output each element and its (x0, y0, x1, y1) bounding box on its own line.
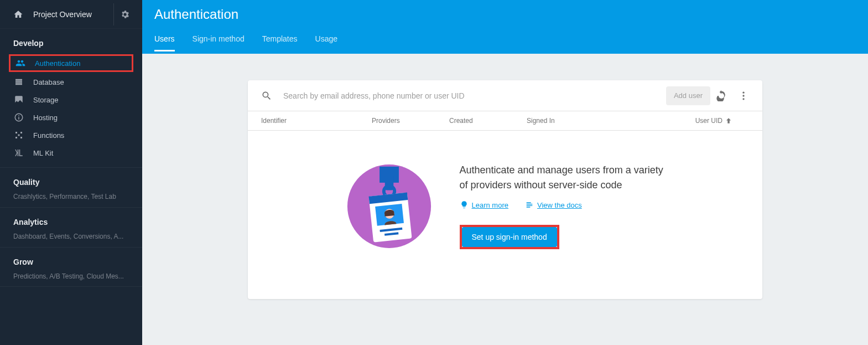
learn-more-link[interactable]: Learn more (460, 200, 508, 209)
toolbar: Add user (248, 80, 762, 111)
settings-button[interactable] (113, 3, 136, 25)
refresh-button[interactable] (710, 85, 732, 107)
section-quality-title: Quality (0, 178, 142, 191)
col-identifier[interactable]: Identifier (261, 117, 372, 125)
sidebar-item-label: Storage (33, 96, 59, 104)
storage-icon (13, 95, 24, 105)
svg-point-0 (742, 91, 744, 93)
section-grow-sub: Predictions, A/B Testing, Cloud Mes... (0, 271, 142, 281)
bulb-icon (460, 200, 469, 209)
home-icon (13, 9, 23, 19)
col-signed-in[interactable]: Signed In (527, 117, 604, 125)
tab-usage[interactable]: Usage (315, 34, 337, 52)
sidebar-item-functions[interactable]: Functions (0, 126, 142, 144)
sidebar-item-label: Database (33, 78, 64, 86)
docs-icon (525, 200, 534, 209)
gear-icon (120, 9, 130, 19)
table-header: Identifier Providers Created Signed In U… (248, 111, 762, 131)
search-input[interactable] (283, 91, 659, 100)
database-icon (13, 77, 24, 87)
col-user-uid[interactable]: User UID (604, 117, 749, 125)
empty-title: Authenticate and manage users from a var… (460, 163, 664, 193)
highlight-setup-signin: Set up sign-in method (460, 225, 559, 249)
svg-point-2 (742, 98, 744, 100)
section-grow-title: Grow (0, 258, 142, 271)
mlkit-icon (13, 148, 24, 158)
sidebar-top[interactable]: Project Overview (0, 0, 142, 29)
col-user-uid-label: User UID (695, 117, 723, 125)
sidebar-item-storage[interactable]: Storage (0, 91, 142, 109)
section-quality[interactable]: Quality Crashlytics, Performance, Test L… (0, 168, 142, 208)
section-quality-sub: Crashlytics, Performance, Test Lab (0, 191, 142, 202)
globe-icon (13, 112, 24, 122)
empty-illustration (346, 163, 432, 249)
header: Authentication Users Sign-in method Temp… (142, 0, 868, 54)
search-icon (261, 90, 272, 101)
learn-more-label: Learn more (472, 201, 508, 209)
view-docs-label: View the docs (537, 201, 582, 209)
sidebar-item-hosting[interactable]: Hosting (0, 109, 142, 126)
section-develop-title: Develop (0, 39, 142, 52)
sidebar-item-label: Hosting (33, 114, 58, 122)
people-icon (15, 58, 26, 68)
main: Authentication Users Sign-in method Temp… (142, 0, 868, 345)
setup-signin-button[interactable]: Set up sign-in method (462, 227, 557, 247)
section-analytics[interactable]: Analytics Dashboard, Events, Conversions… (0, 208, 142, 248)
arrow-up-icon (725, 117, 732, 125)
add-user-button[interactable]: Add user (666, 86, 710, 105)
sidebar-item-label: Functions (33, 131, 64, 140)
content: Add user Identifier Providers Created Si… (142, 54, 868, 345)
refresh-icon (716, 90, 727, 101)
sidebar-item-label: ML Kit (33, 149, 53, 157)
tab-users[interactable]: Users (154, 34, 175, 52)
users-panel: Add user Identifier Providers Created Si… (248, 80, 762, 299)
tab-templates[interactable]: Templates (262, 34, 298, 52)
sidebar: Project Overview Develop Authentication … (0, 0, 142, 345)
col-created[interactable]: Created (449, 117, 527, 125)
section-analytics-title: Analytics (0, 218, 142, 231)
sidebar-item-mlkit[interactable]: ML Kit (0, 144, 142, 162)
more-vert-icon (738, 90, 749, 101)
project-overview-label: Project Overview (33, 10, 113, 19)
sidebar-item-authentication[interactable]: Authentication (11, 56, 132, 70)
sidebar-item-database[interactable]: Database (0, 73, 142, 91)
col-providers[interactable]: Providers (372, 117, 449, 125)
svg-point-1 (742, 95, 744, 96)
page-title: Authentication (154, 7, 868, 22)
sidebar-item-label: Authentication (35, 59, 80, 68)
empty-state: Authenticate and manage users from a var… (248, 131, 762, 299)
functions-icon (13, 130, 24, 140)
tab-sign-in-method[interactable]: Sign-in method (193, 34, 245, 52)
section-develop: Develop Authentication Database Storage … (0, 29, 142, 168)
section-analytics-sub: Dashboard, Events, Conversions, A... (0, 231, 142, 241)
highlight-authentication: Authentication (9, 54, 133, 72)
more-button[interactable] (732, 85, 755, 107)
view-docs-link[interactable]: View the docs (525, 200, 582, 209)
section-grow[interactable]: Grow Predictions, A/B Testing, Cloud Mes… (0, 248, 142, 287)
tabs: Users Sign-in method Templates Usage (154, 34, 868, 52)
empty-text: Authenticate and manage users from a var… (460, 163, 664, 249)
